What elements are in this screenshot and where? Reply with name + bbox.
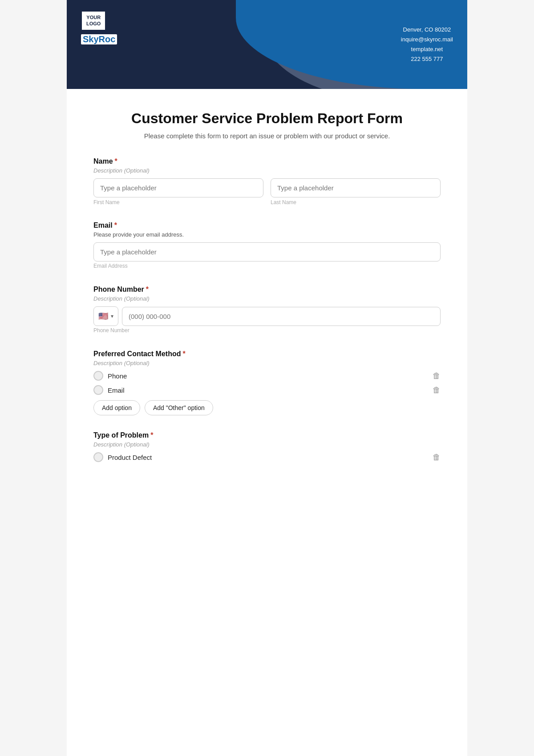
name-description: Description (Optional) <box>93 167 441 174</box>
delete-phone-option-icon[interactable]: 🗑 <box>433 371 441 381</box>
phone-sublabel: Phone Number <box>93 327 129 334</box>
contact-method-field-group: Preferred Contact Method* Description (O… <box>93 350 441 415</box>
contact-option-phone: Phone 🗑 <box>93 371 441 381</box>
name-label: Name* <box>93 157 441 165</box>
contact-method-label: Preferred Contact Method* <box>93 350 441 358</box>
problem-option-product-defect: Product Defect 🗑 <box>93 452 441 462</box>
last-name-col: Last Name <box>271 178 441 205</box>
add-option-button[interactable]: Add option <box>93 400 140 415</box>
problem-type-label: Type of Problem* <box>93 431 441 439</box>
email-input[interactable] <box>93 242 441 261</box>
delete-product-defect-option-icon[interactable]: 🗑 <box>433 453 441 462</box>
contact-option-email: Email 🗑 <box>93 385 441 395</box>
phone-row: 🇺🇸 ▾ <box>93 306 441 326</box>
last-name-sublabel: Last Name <box>271 199 441 205</box>
phone-description: Description (Optional) <box>93 295 441 302</box>
phone-field-group: Phone Number* Description (Optional) 🇺🇸 … <box>93 286 441 334</box>
problem-type-field-group: Type of Problem* Description (Optional) … <box>93 431 441 462</box>
phone-input[interactable] <box>122 307 441 326</box>
add-option-row: Add option Add "Other" option <box>93 400 441 415</box>
form-title: Customer Service Problem Report Form <box>93 110 441 127</box>
header-phone: 222 555 777 <box>401 54 453 64</box>
form-subtitle: Please complete this form to report an i… <box>93 132 441 140</box>
radio-phone-label: Phone <box>108 372 127 380</box>
email-field-group: Email* Please provide your email address… <box>93 221 441 269</box>
last-name-input[interactable] <box>271 178 441 197</box>
radio-product-defect-label: Product Defect <box>108 454 152 461</box>
problem-type-description: Description (Optional) <box>93 441 441 448</box>
page-header: YOUR LOGO SkyRoc Denver, CO 80202 inquir… <box>67 0 467 89</box>
name-field-group: Name* Description (Optional) First Name … <box>93 157 441 205</box>
phone-label: Phone Number* <box>93 286 441 294</box>
email-label: Email* <box>93 221 441 229</box>
phone-country-selector[interactable]: 🇺🇸 ▾ <box>93 306 118 326</box>
email-sublabel: Email Address <box>93 263 128 269</box>
radio-email-label: Email <box>108 386 125 394</box>
name-row: First Name Last Name <box>93 178 441 205</box>
form-container: Customer Service Problem Report Form Ple… <box>67 89 467 756</box>
logo-box: YOUR LOGO <box>81 11 106 31</box>
delete-email-option-icon[interactable]: 🗑 <box>433 386 441 395</box>
header-email: inquire@skyroc.mail <box>401 35 453 44</box>
radio-product-defect[interactable] <box>93 452 103 462</box>
email-description: Please provide your email address. <box>93 231 441 238</box>
radio-phone[interactable] <box>93 371 103 381</box>
add-other-option-button[interactable]: Add "Other" option <box>145 400 213 415</box>
flag-icon: 🇺🇸 <box>98 311 108 321</box>
radio-email[interactable] <box>93 385 103 395</box>
first-name-sublabel: First Name <box>93 199 263 205</box>
header-contact: Denver, CO 80202 inquire@skyroc.mail tem… <box>401 25 453 64</box>
first-name-input[interactable] <box>93 178 263 197</box>
header-website: template.net <box>401 44 453 54</box>
header-address: Denver, CO 80202 <box>401 25 453 35</box>
chevron-down-icon: ▾ <box>111 313 113 319</box>
brand-name: SkyRoc <box>81 34 117 44</box>
header-left: YOUR LOGO SkyRoc <box>81 11 117 44</box>
first-name-col: First Name <box>93 178 263 205</box>
contact-method-description: Description (Optional) <box>93 360 441 366</box>
